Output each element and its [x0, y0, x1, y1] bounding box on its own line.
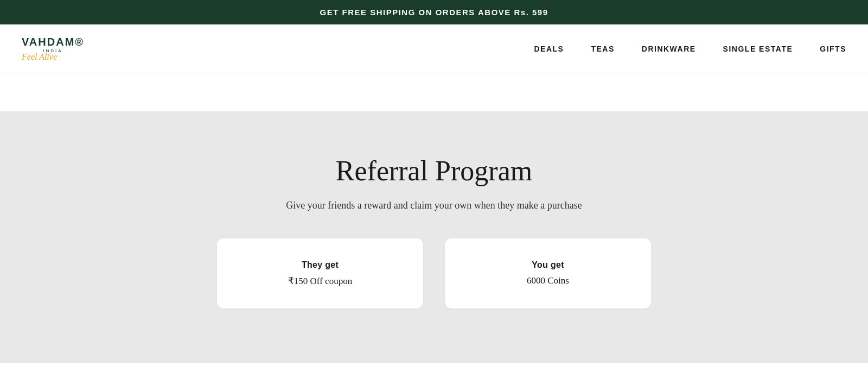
nav-link-gifts[interactable]: GIFTS: [820, 45, 846, 53]
they-get-value: ₹150 Off coupon: [288, 275, 352, 287]
they-get-label: They get: [302, 260, 339, 270]
logo-tagline: Feel Alive: [22, 52, 57, 62]
referral-section: Referral Program Give your friends a rew…: [0, 111, 868, 363]
nav-link-teas[interactable]: TEAS: [591, 45, 614, 53]
nav-item-deals[interactable]: DEALS: [534, 44, 564, 54]
nav-item-teas[interactable]: TEAS: [591, 44, 614, 54]
you-get-value: 6000 Coins: [527, 275, 569, 286]
referral-subtitle: Give your friends a reward and claim you…: [286, 200, 582, 211]
reward-cards: They get ₹150 Off coupon You get 6000 Co…: [190, 238, 678, 309]
nav-item-gifts[interactable]: GIFTS: [820, 44, 846, 54]
they-get-card: They get ₹150 Off coupon: [217, 238, 423, 309]
you-get-card: You get 6000 Coins: [445, 238, 651, 309]
spacer-section: [0, 73, 868, 111]
nav-link-drinkware[interactable]: DRINKWARE: [642, 45, 696, 53]
nav-link-deals[interactable]: DEALS: [534, 45, 564, 53]
main-nav: DEALS TEAS DRINKWARE SINGLE ESTATE GIFTS: [534, 44, 846, 54]
nav-item-drinkware[interactable]: DRINKWARE: [642, 44, 696, 54]
nav-link-single-estate[interactable]: SINGLE ESTATE: [723, 45, 793, 53]
logo-main: VAHDAM®: [22, 36, 84, 48]
nav-item-single-estate[interactable]: SINGLE ESTATE: [723, 44, 793, 54]
announcement-text: GET FREE SHIPPING ON ORDERS ABOVE Rs. 59…: [320, 8, 548, 17]
announcement-bar: GET FREE SHIPPING ON ORDERS ABOVE Rs. 59…: [0, 0, 868, 24]
you-get-label: You get: [532, 260, 564, 270]
referral-title: Referral Program: [336, 155, 532, 187]
header: VAHDAM® INDIA Feel Alive DEALS TEAS DRIN…: [0, 24, 868, 73]
logo: VAHDAM® INDIA Feel Alive: [22, 36, 84, 62]
